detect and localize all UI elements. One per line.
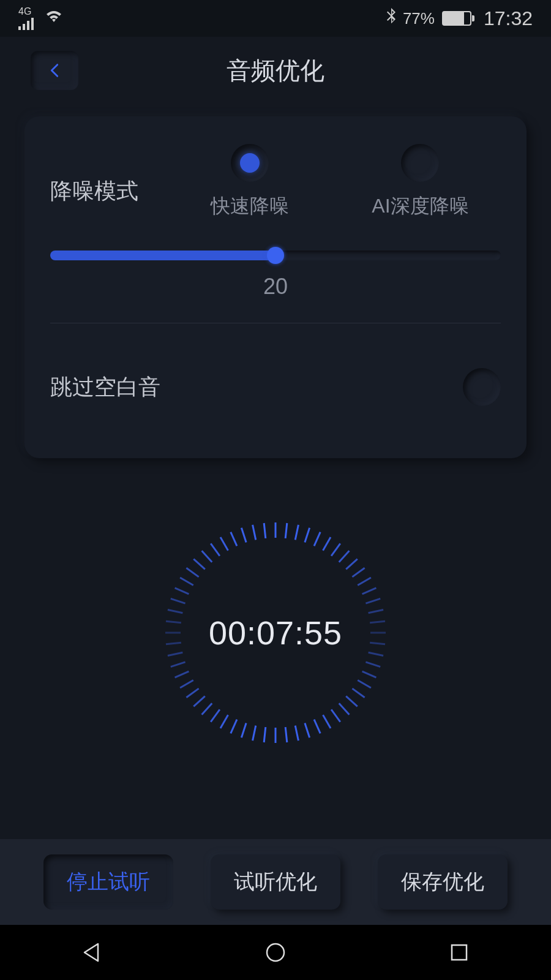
svg-line-37 — [202, 703, 212, 715]
svg-line-12 — [365, 598, 380, 603]
svg-line-29 — [285, 727, 287, 742]
svg-line-43 — [168, 652, 182, 655]
svg-line-31 — [264, 727, 266, 742]
back-button[interactable] — [31, 51, 78, 90]
page-title: 音频优化 — [227, 54, 324, 88]
svg-line-53 — [202, 551, 212, 562]
skip-silence-label: 跳过空白音 — [50, 372, 160, 402]
save-optimize-button[interactable]: 保存优化 — [378, 854, 508, 910]
svg-line-10 — [358, 578, 371, 586]
svg-line-19 — [362, 671, 377, 677]
svg-line-35 — [220, 715, 228, 728]
svg-line-14 — [370, 621, 385, 623]
svg-line-52 — [193, 559, 205, 570]
svg-line-4 — [314, 532, 320, 546]
chevron-left-icon — [46, 62, 63, 79]
header: 音频优化 — [0, 37, 551, 104]
preview-optimize-button[interactable]: 试听优化 — [211, 854, 340, 910]
radio-fast[interactable] — [231, 144, 269, 182]
svg-line-11 — [362, 588, 377, 594]
svg-line-8 — [346, 559, 358, 570]
status-bar: 4G 77% 17:32 — [0, 0, 551, 37]
svg-line-22 — [346, 696, 358, 707]
system-nav-bar — [0, 925, 551, 980]
svg-line-25 — [323, 715, 331, 728]
svg-line-7 — [339, 551, 350, 562]
slider-fill — [50, 251, 276, 260]
timer-dial: 00:07:55 — [159, 516, 392, 749]
svg-line-40 — [180, 680, 193, 688]
nav-back-icon[interactable] — [80, 940, 104, 965]
svg-line-2 — [295, 525, 298, 540]
nav-recent-icon[interactable] — [447, 940, 471, 965]
slider-thumb[interactable] — [267, 247, 284, 264]
svg-line-21 — [352, 688, 364, 698]
svg-line-17 — [369, 652, 383, 655]
wifi-icon — [45, 9, 63, 28]
svg-line-49 — [175, 588, 189, 594]
signal-icon — [18, 17, 34, 30]
skip-silence-toggle[interactable] — [463, 368, 501, 406]
svg-line-58 — [253, 525, 256, 540]
battery-icon — [442, 11, 471, 26]
svg-line-57 — [241, 528, 246, 543]
svg-line-32 — [253, 726, 256, 741]
svg-line-23 — [339, 703, 350, 715]
svg-line-54 — [211, 543, 220, 556]
svg-line-55 — [220, 537, 228, 551]
svg-line-38 — [193, 696, 205, 707]
noise-slider[interactable]: 20 — [50, 251, 501, 300]
svg-line-6 — [331, 543, 340, 556]
svg-line-51 — [186, 568, 198, 577]
mode-option-ai[interactable]: AI深度降噪 — [372, 144, 468, 220]
slider-value: 20 — [50, 274, 501, 300]
dial-ticks-icon — [159, 516, 392, 749]
svg-line-46 — [166, 621, 181, 623]
svg-line-24 — [331, 709, 340, 722]
svg-line-41 — [175, 671, 189, 677]
svg-line-28 — [295, 726, 298, 741]
svg-line-48 — [171, 598, 186, 603]
footer-bar: 停止试听 试听优化 保存优化 — [0, 839, 551, 925]
svg-line-16 — [370, 643, 385, 644]
svg-line-26 — [314, 720, 320, 734]
bluetooth-icon — [386, 8, 397, 29]
settings-card: 降噪模式 快速降噪 AI深度降噪 20 跳过空白音 — [24, 116, 527, 458]
svg-line-20 — [358, 680, 371, 688]
battery-percent: 77% — [403, 9, 435, 28]
svg-line-13 — [369, 610, 383, 613]
mode-option-fast[interactable]: 快速降噪 — [211, 144, 289, 220]
clock: 17:32 — [484, 7, 533, 30]
svg-line-9 — [352, 568, 364, 577]
svg-line-50 — [180, 578, 193, 586]
svg-line-36 — [211, 709, 220, 722]
svg-line-34 — [231, 720, 237, 734]
svg-line-27 — [305, 723, 310, 737]
timer-area: 00:07:55 — [0, 504, 551, 761]
divider — [50, 323, 501, 323]
skip-silence-row: 跳过空白音 — [50, 347, 501, 421]
network-indicator: 4G — [18, 7, 34, 30]
svg-line-3 — [305, 528, 310, 543]
noise-mode-row: 降噪模式 快速降噪 AI深度降噪 — [50, 144, 501, 220]
svg-line-59 — [264, 523, 266, 538]
svg-line-39 — [186, 688, 198, 698]
noise-mode-label: 降噪模式 — [50, 158, 179, 206]
svg-line-1 — [285, 523, 287, 538]
svg-line-44 — [166, 643, 181, 644]
svg-line-18 — [365, 662, 380, 667]
svg-line-42 — [171, 662, 186, 667]
svg-line-47 — [168, 610, 182, 613]
svg-rect-61 — [452, 945, 467, 960]
stop-preview-button[interactable]: 停止试听 — [43, 854, 173, 910]
radio-ai[interactable] — [401, 144, 439, 182]
svg-point-60 — [267, 944, 284, 961]
svg-line-33 — [241, 723, 246, 737]
svg-line-56 — [231, 532, 237, 546]
svg-line-5 — [323, 537, 331, 551]
nav-home-icon[interactable] — [263, 940, 288, 965]
